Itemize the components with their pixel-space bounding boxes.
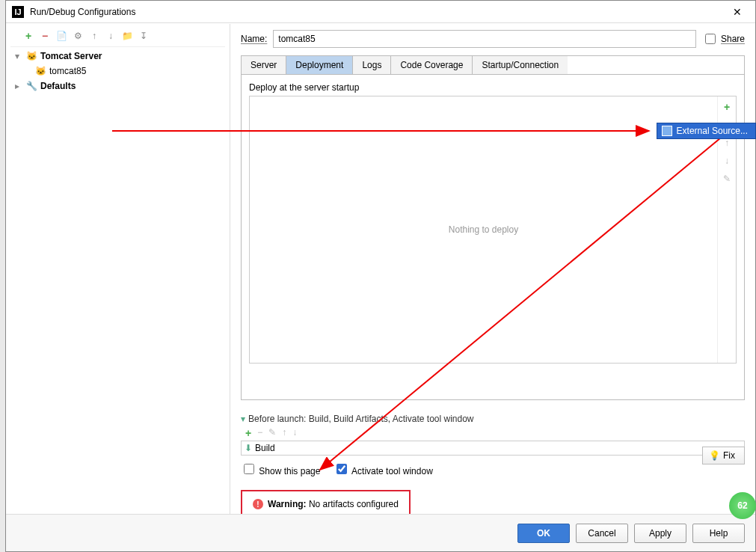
list-item[interactable]: ⬇ Build: [245, 443, 741, 453]
tree-node-defaults[interactable]: ▸ 🔧 Defaults: [10, 79, 225, 93]
tabs: Server Deployment Logs Code Coverage Sta…: [241, 55, 745, 74]
tree-toolbar: + − 📄 ⚙ ↑ ↓ 📁 ↧: [6, 28, 230, 46]
remove-config-icon[interactable]: −: [39, 30, 51, 42]
tree-node-tomcat-server[interactable]: ▾ 🐱 Tomcat Server: [10, 49, 225, 64]
move-up-icon[interactable]: ↑: [88, 30, 100, 42]
warning-label: Warning:: [268, 499, 307, 509]
notification-bubble[interactable]: 62: [729, 492, 756, 519]
expand-icon[interactable]: ▸: [15, 81, 22, 91]
config-tree-pane: + − 📄 ⚙ ↑ ↓ 📁 ↧ ▾ 🐱 Tomcat Server 🐱 tomc…: [6, 24, 230, 514]
tab-code-coverage[interactable]: Code Coverage: [391, 56, 473, 74]
config-tree[interactable]: ▾ 🐱 Tomcat Server 🐱 tomcat85 ▸ 🔧 Default…: [10, 46, 225, 514]
warning-icon: !: [253, 499, 263, 509]
run-debug-dialog: IJ Run/Debug Configurations ✕ + − 📄 ⚙ ↑ …: [5, 0, 756, 552]
add-task-icon[interactable]: +: [245, 427, 251, 439]
activate-tool-window-check[interactable]: Activate tool window: [334, 461, 432, 476]
build-icon: ⬇: [245, 443, 252, 453]
config-editor: Name: Share Server Deployment Logs Code …: [230, 24, 755, 514]
fix-label: Fix: [723, 450, 735, 461]
before-launch-header[interactable]: ▾ Before launch: Build, Build Artifacts,…: [241, 414, 745, 424]
tree-node-tomcat85[interactable]: 🐱 tomcat85: [10, 64, 225, 79]
move-down-icon: ↓: [292, 427, 297, 439]
share-check[interactable]: [705, 34, 716, 44]
before-launch-section: ▾ Before launch: Build, Build Artifacts,…: [241, 414, 745, 476]
remove-task-icon: −: [257, 427, 262, 439]
before-launch-list[interactable]: ⬇ Build: [241, 441, 745, 456]
edit-task-icon: ✎: [268, 427, 276, 439]
fix-button[interactable]: 💡 Fix: [702, 447, 745, 464]
tab-startup-connection[interactable]: Startup/Connection: [473, 56, 568, 74]
move-up-icon: ↑: [282, 427, 286, 439]
tab-logs[interactable]: Logs: [353, 56, 391, 74]
sort-icon[interactable]: ↧: [138, 30, 150, 42]
tree-label: Tomcat Server: [40, 51, 102, 61]
cancel-button[interactable]: Cancel: [576, 524, 628, 543]
dialog-title: Run/Debug Configurations: [30, 7, 725, 17]
name-label: Name:: [241, 34, 267, 44]
name-input[interactable]: [273, 30, 696, 48]
share-label: Share: [721, 34, 745, 44]
add-deployment-icon[interactable]: +: [721, 101, 733, 113]
before-launch-title: Before launch: Build, Build Artifacts, A…: [248, 414, 474, 424]
wrench-icon: 🔧: [25, 80, 37, 92]
help-button[interactable]: Help: [692, 524, 745, 543]
before-launch-toolbar: + − ✎ ↑ ↓: [245, 427, 745, 439]
tomcat-icon: 🐱: [34, 65, 46, 77]
apply-button[interactable]: Apply: [634, 524, 686, 543]
collapse-icon[interactable]: ▾: [241, 414, 245, 424]
dialog-footer: OK Cancel Apply Help: [6, 514, 755, 551]
task-label: Build: [255, 443, 275, 453]
popup-label: External Source...: [677, 126, 748, 136]
external-source-menu-item[interactable]: External Source...: [657, 123, 756, 139]
warning-text: No artifacts configured: [307, 499, 399, 509]
bulb-icon: 💡: [709, 450, 720, 461]
share-checkbox[interactable]: Share: [702, 31, 745, 46]
ok-button[interactable]: OK: [517, 524, 570, 543]
settings-icon[interactable]: ⚙: [72, 30, 84, 42]
copy-config-icon[interactable]: 📄: [55, 30, 67, 42]
move-down-icon[interactable]: ↓: [105, 30, 117, 42]
tree-label: Defaults: [40, 81, 76, 91]
tab-deployment[interactable]: Deployment: [286, 56, 353, 74]
tomcat-icon: 🐱: [25, 50, 37, 62]
show-this-page-check[interactable]: Show this page: [241, 461, 320, 476]
titlebar: IJ Run/Debug Configurations ✕: [6, 1, 755, 23]
deploy-list[interactable]: Nothing to deploy: [250, 96, 718, 363]
source-icon: [662, 126, 672, 136]
tab-server[interactable]: Server: [242, 56, 286, 74]
close-icon[interactable]: ✕: [725, 6, 749, 18]
deploy-label: Deploy at the server startup: [249, 82, 737, 93]
folder-icon[interactable]: 📁: [121, 30, 133, 42]
app-icon: IJ: [12, 6, 24, 18]
add-config-icon[interactable]: +: [22, 30, 34, 42]
tree-label: tomcat85: [49, 66, 86, 76]
expand-icon[interactable]: ▾: [15, 51, 22, 61]
deploy-empty-text: Nothing to deploy: [449, 224, 518, 235]
edit-deployment-icon: ✎: [721, 173, 733, 185]
move-down-icon: ↓: [721, 155, 733, 167]
